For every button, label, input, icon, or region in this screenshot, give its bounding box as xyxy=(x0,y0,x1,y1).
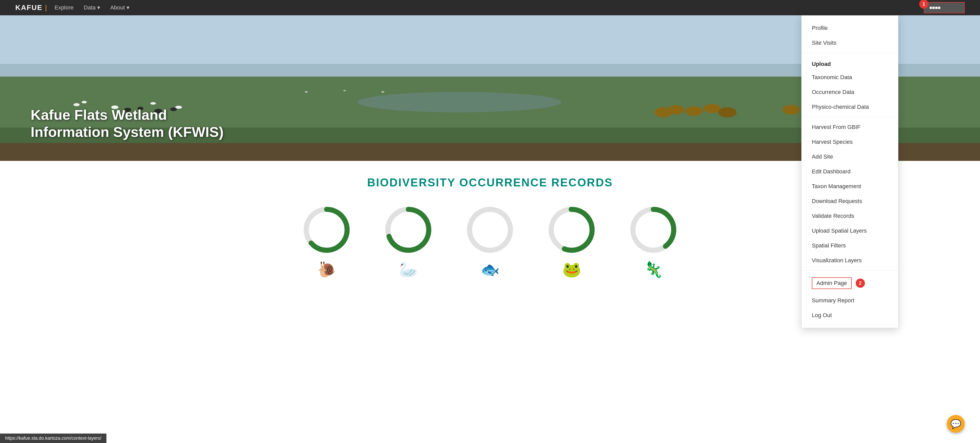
navbar-data[interactable]: Data ▾ xyxy=(84,4,100,11)
navbar-brand: KAFUE xyxy=(15,3,42,12)
menu-validate-records[interactable]: Validate Records xyxy=(802,209,898,223)
user-dropdown-menu: Profile Site Visits Upload Taxonomic Dat… xyxy=(801,15,898,328)
menu-divider-2 xyxy=(802,270,898,271)
menu-visualization-layers[interactable]: Visualization Layers xyxy=(802,253,898,268)
navbar-divider: | xyxy=(45,3,47,12)
icon-snail: 🐌 xyxy=(317,260,336,279)
stat-heron: 🦢 xyxy=(383,204,434,279)
icon-lizard: 🦎 xyxy=(644,260,663,279)
menu-log-out[interactable]: Log Out xyxy=(802,308,898,323)
menu-harvest-gbif[interactable]: Harvest From GBIF xyxy=(802,120,898,135)
donut-snail xyxy=(301,204,352,255)
stat-lizard: 🦎 xyxy=(628,204,679,279)
status-url: https://kafue.sta.do.kartoza.com/context… xyxy=(5,436,101,441)
svg-point-34 xyxy=(469,209,511,250)
donut-frog xyxy=(546,204,597,255)
chat-button[interactable]: 💬 xyxy=(947,415,965,433)
admin-page-label-box: Admin Page xyxy=(812,277,852,289)
user-avatar-label: ■■■■ xyxy=(929,5,941,11)
menu-upload-spatial-layers[interactable]: Upload Spatial Layers xyxy=(802,223,898,238)
menu-divider-upload xyxy=(802,53,898,53)
donut-heron xyxy=(383,204,434,255)
menu-spatial-filters[interactable]: Spatial Filters xyxy=(802,238,898,253)
navbar-explore[interactable]: Explore xyxy=(55,4,74,11)
stat-fish: 🐟 xyxy=(465,204,515,279)
menu-harvest-species[interactable]: Harvest Species xyxy=(802,135,898,149)
user-menu-button[interactable]: ■■■■ xyxy=(924,2,965,13)
icon-heron: 🦢 xyxy=(399,260,418,279)
navbar: KAFUE | Explore Data ▾ About ▾ 1 ■■■■ xyxy=(0,0,980,15)
menu-upload-header: Upload xyxy=(802,56,898,70)
navbar-links: Explore Data ▾ About ▾ xyxy=(55,4,129,11)
menu-taxon-management[interactable]: Taxon Management xyxy=(802,179,898,194)
menu-profile[interactable]: Profile xyxy=(802,21,898,35)
menu-add-site[interactable]: Add Site xyxy=(802,149,898,164)
menu-physico-chemical-data[interactable]: Physico-chemical Data xyxy=(802,100,898,115)
donut-fish xyxy=(465,204,515,255)
navbar-about[interactable]: About ▾ xyxy=(110,4,129,11)
menu-taxonomic-data[interactable]: Taxonomic Data xyxy=(802,70,898,85)
menu-edit-dashboard[interactable]: Edit Dashboard xyxy=(802,164,898,179)
badge-2: 2 xyxy=(856,279,865,288)
menu-site-visits[interactable]: Site Visits xyxy=(802,35,898,50)
admin-page-label: Admin Page xyxy=(816,280,847,286)
status-bar: https://kafue.sta.do.kartoza.com/context… xyxy=(0,433,107,443)
stat-frog: 🐸 xyxy=(546,204,597,279)
menu-summary-report[interactable]: Summary Report xyxy=(802,293,898,308)
stat-snail: 🐌 xyxy=(301,204,352,279)
menu-divider-1 xyxy=(802,117,898,117)
icon-frog: 🐸 xyxy=(562,260,581,279)
menu-occurrence-data[interactable]: Occurrence Data xyxy=(802,85,898,100)
navbar-right: 1 ■■■■ xyxy=(924,2,965,13)
chat-icon: 💬 xyxy=(950,419,961,429)
user-menu-badge: 1 ■■■■ xyxy=(924,2,965,13)
hero-title: Kafue Flats Wetland Information System (… xyxy=(0,106,230,140)
menu-download-requests[interactable]: Download Requests xyxy=(802,194,898,209)
menu-admin-page[interactable]: Admin Page 2 xyxy=(802,273,898,293)
donut-lizard xyxy=(628,204,679,255)
icon-fish: 🐟 xyxy=(480,260,500,279)
